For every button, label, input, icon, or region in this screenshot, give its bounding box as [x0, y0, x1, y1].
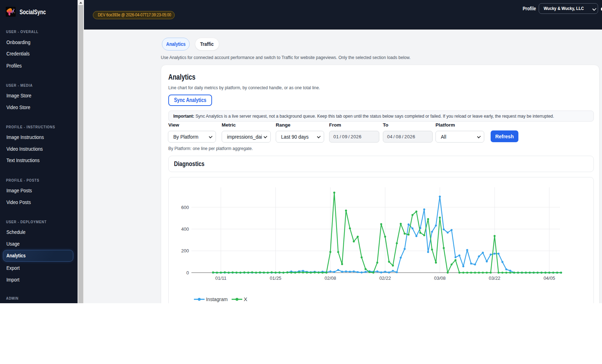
svg-text:01/11: 01/11	[215, 275, 227, 281]
svg-text:Instagram: Instagram	[206, 296, 228, 302]
svg-text:02/22: 02/22	[379, 275, 391, 281]
svg-text:600: 600	[181, 205, 189, 210]
svg-text:400: 400	[181, 226, 189, 232]
svg-text:0: 0	[186, 270, 189, 275]
svg-text:03/22: 03/22	[489, 275, 501, 281]
svg-text:02/08: 02/08	[324, 275, 336, 281]
svg-text:X: X	[244, 296, 247, 302]
svg-text:200: 200	[181, 248, 189, 253]
svg-text:04/05: 04/05	[544, 275, 555, 281]
svg-text:03/08: 03/08	[434, 275, 446, 281]
svg-text:01/25: 01/25	[270, 275, 281, 281]
